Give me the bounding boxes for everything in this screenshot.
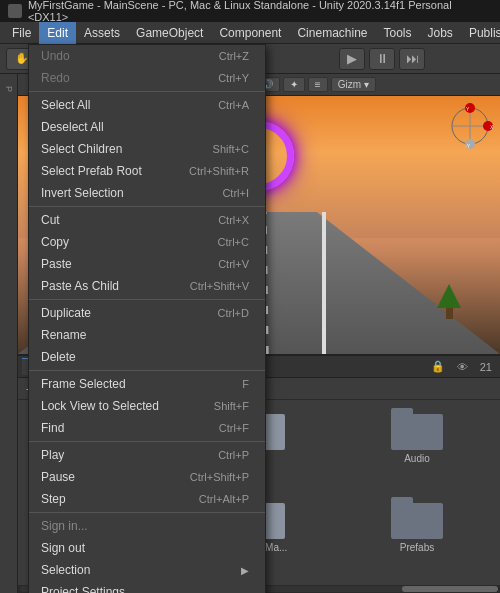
sep5 xyxy=(29,441,265,442)
menu-item-select-prefab-root[interactable]: Select Prefab Root Ctrl+Shift+R xyxy=(29,160,265,182)
folder-body xyxy=(391,503,443,539)
menu-item-redo-shortcut: Ctrl+Y xyxy=(218,72,249,84)
sidebar-label: P xyxy=(4,86,14,92)
shortcut: Shift+F xyxy=(214,400,249,412)
shortcut: Ctrl+Shift+P xyxy=(190,471,249,483)
menu-item-delete[interactable]: Delete xyxy=(29,346,265,368)
sep6 xyxy=(29,512,265,513)
svg-text:X: X xyxy=(490,124,494,130)
label: Rename xyxy=(41,328,86,342)
menu-component[interactable]: Component xyxy=(211,22,289,44)
label: Deselect All xyxy=(41,120,104,134)
menu-item-project-settings[interactable]: Project Settings... xyxy=(29,581,265,593)
menu-item-duplicate[interactable]: Duplicate Ctrl+D xyxy=(29,302,265,324)
label: Step xyxy=(41,492,66,506)
shortcut: Ctrl+V xyxy=(218,258,249,270)
menu-item-paste-as-child[interactable]: Paste As Child Ctrl+Shift+V xyxy=(29,275,265,297)
menu-item-deselect-all[interactable]: Deselect All xyxy=(29,116,265,138)
stats-toggle[interactable]: ≡ xyxy=(308,77,328,92)
asset-audio[interactable]: Audio xyxy=(342,408,492,489)
shortcut: Ctrl+I xyxy=(222,187,249,199)
menu-edit[interactable]: Edit xyxy=(39,22,76,44)
label: Lock View to Selected xyxy=(41,399,159,413)
submenu-arrow: ▶ xyxy=(241,565,249,576)
menu-item-paste[interactable]: Paste Ctrl+V xyxy=(29,253,265,275)
label: Project Settings... xyxy=(41,585,135,593)
menu-bar: File Edit Assets GameObject Component Ci… xyxy=(0,22,500,44)
menu-file[interactable]: File xyxy=(4,22,39,44)
label: Sign in... xyxy=(41,519,88,533)
menu-item-select-all[interactable]: Select All Ctrl+A xyxy=(29,94,265,116)
tree-right-1 xyxy=(437,284,461,319)
menu-cinemachine[interactable]: Cinemachine xyxy=(289,22,375,44)
fx-toggle[interactable]: ✦ xyxy=(283,77,305,92)
label: Paste xyxy=(41,257,72,271)
label: Pause xyxy=(41,470,75,484)
label: Delete xyxy=(41,350,76,364)
sep3 xyxy=(29,299,265,300)
menu-jobs[interactable]: Jobs xyxy=(420,22,461,44)
menu-assets[interactable]: Assets xyxy=(76,22,128,44)
asset-label-audio: Audio xyxy=(404,453,430,464)
gizmos-toggle[interactable]: Gizm ▾ xyxy=(331,77,376,92)
shortcut: Ctrl+F xyxy=(219,422,249,434)
menu-tools[interactable]: Tools xyxy=(376,22,420,44)
shortcut: F xyxy=(242,378,249,390)
step-button[interactable]: ⏭ xyxy=(399,48,425,70)
play-button[interactable]: ▶ xyxy=(339,48,365,70)
menu-item-sign-out[interactable]: Sign out xyxy=(29,537,265,559)
title-bar: MyFirstGame - MainScene - PC, Mac & Linu… xyxy=(0,0,500,22)
label: Invert Selection xyxy=(41,186,124,200)
shortcut: Ctrl+X xyxy=(218,214,249,226)
menu-item-undo-label: Undo xyxy=(41,49,70,63)
left-sidebar: P xyxy=(0,74,18,593)
asset-label-prefabs: Prefabs xyxy=(400,542,434,553)
menu-item-sign-in[interactable]: Sign in... xyxy=(29,515,265,537)
menu-publish[interactable]: Publish xyxy=(461,22,500,44)
title-text: MyFirstGame - MainScene - PC, Mac & Linu… xyxy=(28,0,492,23)
shortcut: Ctrl+Shift+R xyxy=(189,165,249,177)
sep4 xyxy=(29,370,265,371)
menu-item-pause[interactable]: Pause Ctrl+Shift+P xyxy=(29,466,265,488)
label: Frame Selected xyxy=(41,377,126,391)
menu-item-find[interactable]: Find Ctrl+F xyxy=(29,417,265,439)
label: Copy xyxy=(41,235,69,249)
label: Paste As Child xyxy=(41,279,119,293)
menu-item-rename[interactable]: Rename xyxy=(29,324,265,346)
label: Select All xyxy=(41,98,90,112)
label: Find xyxy=(41,421,64,435)
scene-gizmo: Y X -Y xyxy=(440,96,500,156)
menu-item-frame-selected[interactable]: Frame Selected F xyxy=(29,373,265,395)
label: Play xyxy=(41,448,64,462)
asset-prefabs[interactable]: Prefabs xyxy=(342,497,492,578)
edit-dropdown-menu: Undo Ctrl+Z Redo Ctrl+Y Select All Ctrl+… xyxy=(28,44,266,593)
lock-icon[interactable]: 🔒 xyxy=(427,360,449,373)
sep1 xyxy=(29,91,265,92)
svg-text:-Y: -Y xyxy=(465,143,471,149)
badge-21: 21 xyxy=(476,361,496,373)
menu-item-cut[interactable]: Cut Ctrl+X xyxy=(29,209,265,231)
shortcut: Ctrl+A xyxy=(218,99,249,111)
label: Selection xyxy=(41,563,90,577)
label: Duplicate xyxy=(41,306,91,320)
menu-item-play[interactable]: Play Ctrl+P xyxy=(29,444,265,466)
menu-item-selection[interactable]: Selection ▶ xyxy=(29,559,265,581)
shortcut: Ctrl+Shift+V xyxy=(190,280,249,292)
menu-item-redo[interactable]: Redo Ctrl+Y xyxy=(29,67,265,89)
pause-button[interactable]: ⏸ xyxy=(369,48,395,70)
menu-item-select-children[interactable]: Select Children Shift+C xyxy=(29,138,265,160)
folder-body xyxy=(391,414,443,450)
eye-icon[interactable]: 👁 xyxy=(453,361,472,373)
scrollbar-thumb[interactable] xyxy=(402,586,498,592)
menu-item-step[interactable]: Step Ctrl+Alt+P xyxy=(29,488,265,510)
menu-item-undo[interactable]: Undo Ctrl+Z xyxy=(29,45,265,67)
shortcut: Shift+C xyxy=(213,143,249,155)
menu-gameobject[interactable]: GameObject xyxy=(128,22,211,44)
menu-item-copy[interactable]: Copy Ctrl+C xyxy=(29,231,265,253)
shortcut: Ctrl+Alt+P xyxy=(199,493,249,505)
app-icon xyxy=(8,4,22,18)
shortcut: Ctrl+C xyxy=(218,236,249,248)
menu-item-invert-selection[interactable]: Invert Selection Ctrl+I xyxy=(29,182,265,204)
label: Select Prefab Root xyxy=(41,164,142,178)
menu-item-lock-view[interactable]: Lock View to Selected Shift+F xyxy=(29,395,265,417)
